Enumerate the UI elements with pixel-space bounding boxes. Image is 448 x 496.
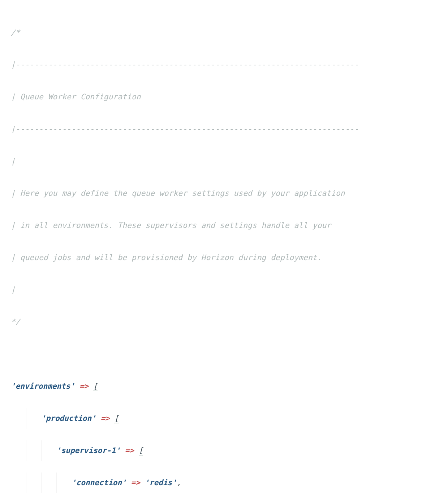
arrow: => [100, 414, 109, 423]
comment-line-3: | queued jobs and will be provisioned by… [11, 247, 437, 268]
connection-value: 'redis' [145, 478, 177, 487]
comma: , [177, 478, 181, 487]
environments-key: 'environments' [11, 382, 75, 391]
production-key: 'production' [41, 414, 96, 423]
code-block: /* |------------------------------------… [11, 11, 437, 496]
comment-line-2: | in all environments. These supervisors… [11, 215, 437, 236]
production-line: 'production' => [ [11, 408, 437, 429]
comment-blank: | [11, 280, 437, 301]
environments-line: 'environments' => [ [11, 376, 437, 397]
supervisor-line: 'supervisor-1' => [ [11, 440, 437, 461]
blank-line [11, 344, 437, 365]
comment-close: */ [11, 312, 437, 333]
arrow: => [125, 446, 134, 455]
arrow: => [79, 382, 89, 391]
connection-key: 'connection' [72, 478, 126, 487]
comment-rule: |---------------------------------------… [11, 119, 437, 140]
open-bracket: [ [139, 446, 143, 455]
connection-line: 'connection' => 'redis', [11, 473, 437, 493]
arrow: => [131, 478, 140, 487]
comment-blank: | [11, 151, 437, 172]
comment-open: /* [11, 22, 437, 43]
comment-line-1: | Here you may define the queue worker s… [11, 183, 437, 204]
open-bracket: [ [114, 414, 119, 423]
open-bracket: [ [93, 382, 98, 391]
comment-rule: |---------------------------------------… [11, 55, 437, 76]
supervisor-key: 'supervisor-1' [56, 446, 120, 455]
comment-title: | Queue Worker Configuration [11, 87, 437, 108]
